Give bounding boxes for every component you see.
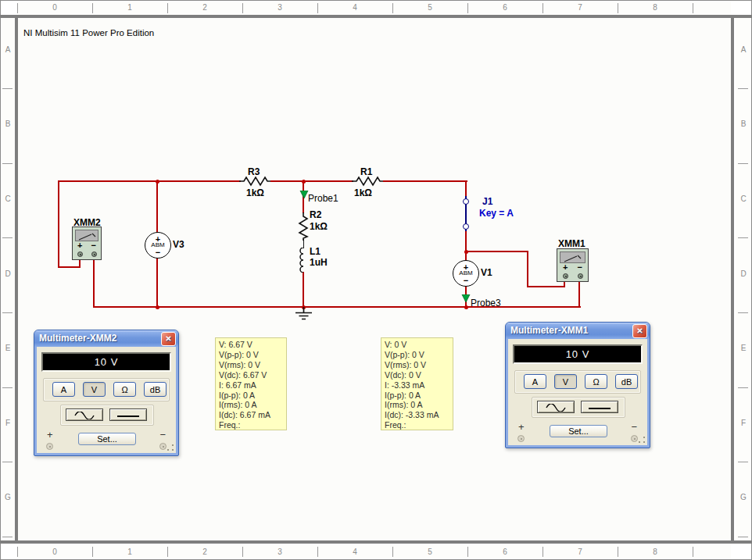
readout-line: I: 6.67 mA <box>219 380 283 391</box>
wire-segment[interactable] <box>465 180 467 197</box>
ac-mode-button[interactable] <box>537 401 575 413</box>
ruler-label: 7 <box>572 3 588 12</box>
probe-label: Probe3 <box>471 298 501 309</box>
meter-screen <box>560 251 585 263</box>
db-button[interactable]: dB <box>615 374 638 389</box>
wire-segment[interactable] <box>156 258 158 308</box>
wire-segment[interactable] <box>270 180 353 182</box>
volt-button[interactable]: V <box>83 382 106 397</box>
switch-terminal[interactable] <box>463 198 469 205</box>
meter-screen <box>75 230 98 241</box>
dialog-body: 10 V A V Ω dB + − Set... <box>37 347 176 453</box>
ruler-label: 2 <box>197 3 213 12</box>
probe-arrow-icon[interactable] <box>461 294 471 303</box>
set-button[interactable]: Set... <box>550 425 607 437</box>
ruler-left: A B C D E F G <box>1 17 15 540</box>
wire-segment[interactable] <box>58 180 241 182</box>
db-button[interactable]: dB <box>144 382 167 397</box>
dc-line-icon <box>117 416 139 417</box>
wire-segment[interactable] <box>527 286 565 287</box>
source-v1[interactable]: + ABM − <box>453 260 479 287</box>
ac-mode-button[interactable] <box>66 408 103 421</box>
component-value: 1kΩ <box>246 187 264 198</box>
schematic-canvas[interactable] <box>18 18 731 540</box>
sine-wave-icon <box>545 404 567 412</box>
source-v3[interactable]: + ABM − <box>145 232 171 259</box>
ruler-tick <box>2 387 13 388</box>
wire-segment[interactable] <box>527 251 528 287</box>
ruler-label: 2 <box>197 548 213 556</box>
readout-line: V(rms): 0 V <box>219 360 283 370</box>
component-value: 1kΩ <box>310 221 328 232</box>
ruler-label: 1 <box>122 3 138 12</box>
wire-segment[interactable] <box>58 180 59 268</box>
probe3-readout: V: 0 V V(p-p): 0 V V(rms): 0 V V(dc): 0 … <box>381 337 453 430</box>
wire-segment[interactable] <box>465 231 467 262</box>
wire-segment[interactable] <box>156 180 158 233</box>
readout-line: Freq.: <box>219 420 283 430</box>
negative-terminal[interactable] <box>159 443 167 450</box>
mode-button-group: A V Ω dB <box>43 378 170 401</box>
ruler-label: 8 <box>647 548 663 556</box>
ampere-button[interactable]: A <box>524 374 546 389</box>
frame-bar <box>0 540 752 544</box>
close-icon[interactable]: ✕ <box>632 324 647 338</box>
wire-segment[interactable] <box>93 306 581 308</box>
resistor-r1[interactable] <box>352 176 383 187</box>
multimeter-dialog-xmm1: Multimeter-XMM1 ✕ 10 V A V Ω dB <box>505 322 650 448</box>
dialog-titlebar[interactable]: Multimeter-XMM2 ✕ <box>34 330 178 347</box>
ampere-button[interactable]: A <box>52 382 75 397</box>
ruler-label: G <box>736 493 751 501</box>
icon-terminal[interactable] <box>563 273 568 279</box>
ruler-label: D <box>736 269 751 278</box>
wire-segment[interactable] <box>93 255 95 308</box>
wire-segment[interactable] <box>466 251 528 252</box>
readout-line: I(dc): -3.33 mA <box>385 410 449 420</box>
resize-grip[interactable] <box>638 436 646 444</box>
ruler-tick <box>2 88 13 89</box>
volt-button[interactable]: V <box>554 374 577 389</box>
positive-terminal[interactable] <box>46 443 53 450</box>
switch-terminal[interactable] <box>463 223 469 230</box>
dc-mode-button[interactable] <box>581 401 618 413</box>
ohm-button[interactable]: Ω <box>113 382 136 397</box>
wire-segment[interactable] <box>303 272 304 308</box>
inductor-l1[interactable] <box>295 248 306 273</box>
ruler-tick <box>467 547 468 557</box>
ruler-tick <box>738 387 748 388</box>
component-ref: L1 <box>310 246 320 257</box>
ruler-label: E <box>736 344 751 352</box>
mode-button-group: A V Ω dB <box>514 370 641 394</box>
ruler-label: 3 <box>272 548 288 556</box>
resize-grip[interactable] <box>167 444 174 451</box>
multimeter-icon-xmm1[interactable]: + − <box>557 248 589 282</box>
icon-terminal[interactable] <box>578 273 583 279</box>
ruler-label: C <box>736 194 751 203</box>
resistor-r3[interactable] <box>239 176 270 187</box>
close-icon[interactable]: ✕ <box>161 332 176 346</box>
icon-terminal[interactable] <box>77 251 83 257</box>
readout-line: I: -3.33 mA <box>385 380 449 391</box>
ohm-button[interactable]: Ω <box>585 374 607 389</box>
resistor-r2[interactable] <box>298 212 309 241</box>
ruler-tick <box>738 88 748 89</box>
wire-junction <box>464 305 468 309</box>
dialog-titlebar[interactable]: Multimeter-XMM1 ✕ <box>506 323 650 339</box>
wire-segment[interactable] <box>58 266 81 268</box>
positive-terminal[interactable] <box>517 435 525 442</box>
icon-terminal[interactable] <box>91 251 97 257</box>
icon-minus: − <box>578 262 582 272</box>
multimeter-icon-xmm2[interactable]: + − <box>72 226 102 260</box>
ruler-tick <box>2 237 13 238</box>
dc-mode-button[interactable] <box>109 408 147 421</box>
ruler-label: F <box>736 419 751 427</box>
negative-terminal[interactable] <box>631 435 638 442</box>
source-minus: − <box>145 248 170 256</box>
ruler-label: G <box>0 493 16 501</box>
wire-segment[interactable] <box>383 180 467 182</box>
dialog-body: 10 V A V Ω dB + − Set... <box>508 339 647 445</box>
ground-symbol[interactable] <box>294 307 314 321</box>
set-button[interactable]: Set... <box>78 433 136 445</box>
component-ref: V3 <box>173 239 184 250</box>
readout-line: V(dc): 0 V <box>385 370 449 380</box>
